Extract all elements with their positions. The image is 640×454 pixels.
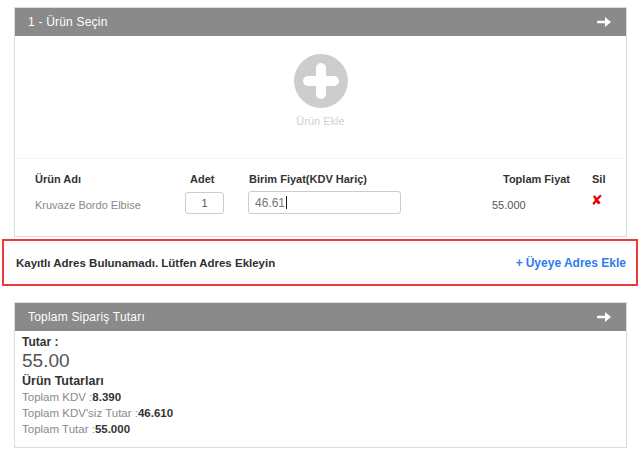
- total-kdv-value: 8.390: [92, 391, 121, 403]
- product-name: Kruvaze Bordo Elbise: [35, 199, 141, 211]
- total-kdv-label: Toplam KDV :: [22, 391, 92, 403]
- amount-value: 55.00: [22, 350, 619, 372]
- unit-price-value: 46.61: [255, 196, 285, 210]
- product-section-title: 1 - Ürün Seçin: [28, 15, 108, 29]
- add-member-address-link[interactable]: +Üyeye Adres Ekle: [516, 256, 626, 270]
- total-line-kdvsiz: Toplam KDV'siz Tutar :46.610: [22, 406, 619, 421]
- add-product-button[interactable]: Ürün Ekle: [15, 54, 626, 127]
- plus-icon: [294, 54, 348, 108]
- quantity-input[interactable]: [185, 192, 224, 214]
- page: 1 - Ürün Seçin Ürün Ekle Ürün Adı Adet B…: [0, 0, 640, 454]
- amount-label: Tutar :: [22, 335, 619, 350]
- col-header-qty: Adet: [190, 173, 214, 185]
- add-member-address-label: Üyeye Adres Ekle: [526, 256, 626, 270]
- address-alert-message: Kayıtlı Adres Bulunamadı. Lütfen Adres E…: [16, 257, 275, 269]
- order-total-title: Toplam Sipariş Tutarı: [28, 310, 145, 324]
- plus-sign: +: [516, 256, 523, 270]
- total-line-tutar: Toplam Tutar :55.000: [22, 422, 619, 437]
- total-line-kdv: Toplam KDV :8.390: [22, 390, 619, 405]
- col-header-name: Ürün Adı: [35, 173, 81, 185]
- arrow-right-icon: [597, 16, 613, 28]
- total-kdvsiz-label: Toplam KDV'siz Tutar :: [22, 407, 138, 419]
- arrow-right-icon: [597, 311, 613, 323]
- total-price-value: 55.000: [492, 199, 526, 211]
- unit-price-input[interactable]: 46.61: [248, 191, 401, 214]
- order-total-header[interactable]: Toplam Sipariş Tutarı: [15, 303, 626, 331]
- total-tutar-label: Toplam Tutar :: [22, 423, 95, 435]
- order-total-body: Tutar : 55.00 Ürün Tutarları Toplam KDV …: [15, 331, 626, 447]
- total-kdvsiz-value: 46.610: [138, 407, 173, 419]
- totals-subtitle: Ürün Tutarları: [22, 373, 619, 389]
- add-product-label: Ürün Ekle: [296, 115, 344, 127]
- col-header-unit-price: Birim Fiyat(KDV Hariç): [249, 173, 367, 185]
- col-header-total-price: Toplam Fiyat: [503, 173, 570, 185]
- address-alert: Kayıtlı Adres Bulunamadı. Lütfen Adres E…: [2, 240, 638, 285]
- order-total-section: Toplam Sipariş Tutarı Tutar : 55.00 Ürün…: [14, 302, 627, 448]
- product-table: Ürün Adı Adet Birim Fiyat(KDV Hariç) Top…: [15, 158, 626, 236]
- total-tutar-value: 55.000: [95, 423, 130, 435]
- text-caret: [286, 196, 287, 209]
- product-section-header[interactable]: 1 - Ürün Seçin: [15, 8, 626, 36]
- product-section: 1 - Ürün Seçin Ürün Ekle Ürün Adı Adet B…: [14, 7, 627, 237]
- delete-icon[interactable]: ✘: [591, 193, 603, 207]
- col-header-delete: Sil: [592, 173, 605, 185]
